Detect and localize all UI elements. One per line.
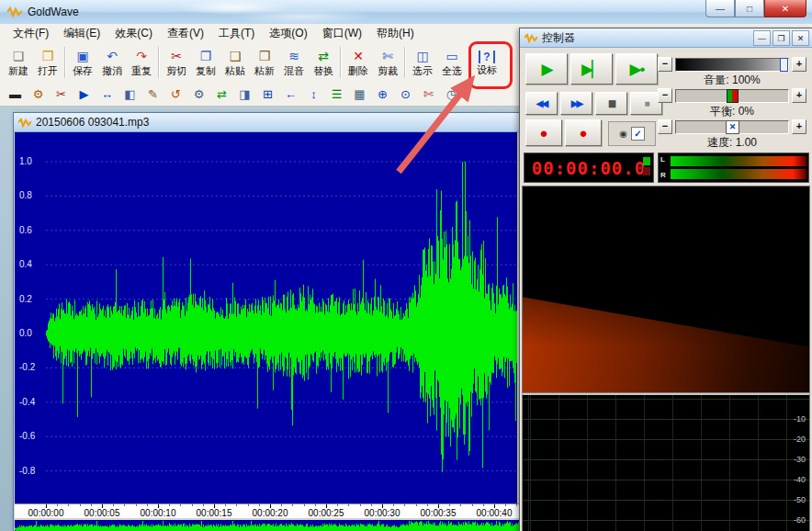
tool2-button-play-marker[interactable]: ▶: [73, 85, 96, 105]
time-minor-tick: [315, 504, 316, 506]
toolbar-button-paste[interactable]: ❑粘贴: [220, 44, 250, 81]
main-window-controls: — □ ✕: [705, 0, 806, 17]
amplitude-label: -0.4: [19, 397, 35, 407]
toolbar-button-mix[interactable]: ≋混音: [279, 44, 309, 81]
menu-file[interactable]: 文件(F): [6, 24, 56, 43]
speed-plus-button[interactable]: +: [792, 119, 806, 134]
menu-options[interactable]: 选项(O): [262, 24, 314, 43]
speed-minus-button[interactable]: −: [658, 119, 672, 134]
toolbar-icon-open: ❒: [42, 49, 54, 64]
menu-view[interactable]: 查看(V): [160, 24, 211, 43]
controller-minimize-button[interactable]: —: [753, 30, 771, 46]
monitor-radio-icon[interactable]: ◉: [619, 129, 627, 139]
window-title: GoldWave: [28, 6, 79, 18]
rewind-button[interactable]: ◀◀: [525, 92, 558, 115]
balance-thumb[interactable]: [727, 89, 739, 103]
time-minor-tick: [136, 504, 137, 506]
tool2-button-fit-horizontal[interactable]: ↔: [96, 85, 118, 105]
tool2-button-zoom-select[interactable]: ⊙: [394, 85, 417, 105]
tool2-button-settings[interactable]: ⚙: [27, 85, 50, 105]
main-titlebar[interactable]: GoldWave — □ ✕: [0, 0, 812, 25]
toolbar-button-new[interactable]: ❏新建: [4, 44, 33, 81]
toolbar-icon-paste: ❑: [230, 49, 242, 64]
toolbar-button-select-all[interactable]: ▭全选: [437, 44, 467, 81]
speed-thumb[interactable]: ✕: [726, 120, 739, 134]
balance-minus-button[interactable]: −: [658, 88, 672, 103]
time-minor-tick: [225, 504, 226, 506]
record-selection-button[interactable]: ●: [565, 119, 602, 146]
toolbar-separator: [468, 47, 470, 78]
pause-button[interactable]: ▮▮: [595, 92, 627, 115]
tool2-button-matrix[interactable]: ▦: [348, 85, 371, 105]
toolbar-separator: [404, 47, 406, 78]
minimize-button[interactable]: —: [705, 0, 735, 17]
toolbar-button-redo[interactable]: ↷重复: [127, 44, 156, 81]
tool2-button-grid[interactable]: ⊞: [256, 85, 279, 105]
menu-tools[interactable]: 工具(T): [211, 24, 262, 43]
toolbar-button-sel-view[interactable]: ◫选示: [408, 44, 437, 81]
tool2-button-draw[interactable]: ✎: [141, 85, 164, 105]
rewind-icon: ◀◀: [536, 99, 547, 108]
tool2-button-time-ruler[interactable]: ◷: [440, 85, 463, 105]
controller-restore-button[interactable]: ❐: [773, 30, 790, 46]
volume-thumb[interactable]: [780, 58, 788, 72]
toolbar-label-copy: 复制: [196, 65, 216, 76]
balance-track[interactable]: [675, 89, 789, 103]
waveform-plot[interactable]: [46, 132, 517, 503]
controller-close-button[interactable]: ✕: [792, 30, 809, 46]
toolbar-button-delete[interactable]: ✕删除: [344, 44, 373, 81]
volume-track[interactable]: [675, 58, 789, 72]
toolbar-button-paste-new[interactable]: ❒粘新: [250, 44, 279, 81]
balance-plus-button[interactable]: +: [792, 88, 806, 103]
toolbar-button-save[interactable]: ▣保存: [68, 44, 97, 81]
play-fast-button[interactable]: ▶•: [615, 53, 658, 85]
menu-help[interactable]: 帮助(H): [369, 24, 422, 43]
tool2-button-fit-vertical[interactable]: ↕: [302, 85, 325, 105]
tool2-button-properties[interactable]: ⚙: [187, 85, 210, 105]
tool2-button-channels[interactable]: ☰: [325, 85, 348, 105]
controller-titlebar[interactable]: 控制器 — ❐ ✕: [520, 28, 812, 48]
toolbar-separator: [158, 47, 160, 78]
tool2-button-device[interactable]: ▬: [4, 85, 27, 105]
screen: GoldWave — □ ✕ 文件(F)编辑(E)效果(C)查看(V)工具(T)…: [0, 0, 812, 531]
play-selection-button[interactable]: ▶▏: [570, 53, 613, 85]
toolbar-button-undo[interactable]: ↶撤消: [97, 44, 127, 81]
tool2-pane-left-icon: ◧: [124, 87, 135, 101]
tool2-button-pane-right[interactable]: ◨: [233, 85, 256, 105]
tool2-button-refresh[interactable]: ↺: [164, 85, 187, 105]
menu-edit[interactable]: 编辑(E): [56, 24, 107, 43]
tool2-button-swap-channels[interactable]: ⇄: [210, 85, 233, 105]
tool2-button-trim-clip[interactable]: ✄: [417, 85, 440, 105]
menu-window[interactable]: 窗口(W): [315, 24, 369, 43]
document-icon: [18, 118, 31, 128]
toolbar-button-trim[interactable]: ✄剪裁: [373, 44, 402, 81]
toolbar-button-cut[interactable]: ✂剪切: [162, 44, 191, 81]
db-label: -60: [794, 515, 806, 525]
toolbar-button-open[interactable]: ❒打开: [33, 44, 62, 81]
tool2-button-pane-left[interactable]: ◧: [118, 85, 141, 105]
play-selection-icon: ▶▏: [581, 62, 602, 77]
document-titlebar[interactable]: 20150606 093041.mp3: [14, 113, 520, 132]
fast-forward-button[interactable]: ▶▶: [560, 92, 592, 115]
time-minor-tick: [460, 504, 461, 506]
volume-minus-button[interactable]: −: [658, 57, 672, 72]
menu-effects[interactable]: 效果(C): [107, 24, 160, 43]
close-button[interactable]: ✕: [764, 0, 806, 17]
toolbar-icon-trim: ✄: [382, 49, 393, 64]
maximize-button[interactable]: □: [735, 0, 764, 17]
toolbar-icon-select-all: ▭: [445, 49, 457, 64]
monitor-checkbox[interactable]: ✓: [631, 127, 645, 141]
record-button[interactable]: ●: [525, 119, 562, 146]
toolbar-button-copy[interactable]: ❐复制: [191, 44, 220, 81]
tool2-button-cut-marker[interactable]: ✂: [50, 85, 73, 105]
toolbar-button-replace[interactable]: ⇄替换: [309, 44, 338, 81]
play-button[interactable]: ▶: [525, 53, 568, 85]
speed-track[interactable]: ✕: [675, 120, 789, 134]
toolbar-separator: [64, 47, 66, 78]
volume-plus-button[interactable]: +: [792, 57, 806, 72]
overview-strip[interactable]: [15, 518, 519, 531]
toolbar-button-set-marker[interactable]: ?设标: [472, 44, 502, 81]
toolbar-icon-undo: ↶: [107, 49, 118, 64]
tool2-button-zoom-in[interactable]: ⊕: [371, 85, 394, 105]
tool2-button-go-back[interactable]: ←: [279, 85, 302, 105]
